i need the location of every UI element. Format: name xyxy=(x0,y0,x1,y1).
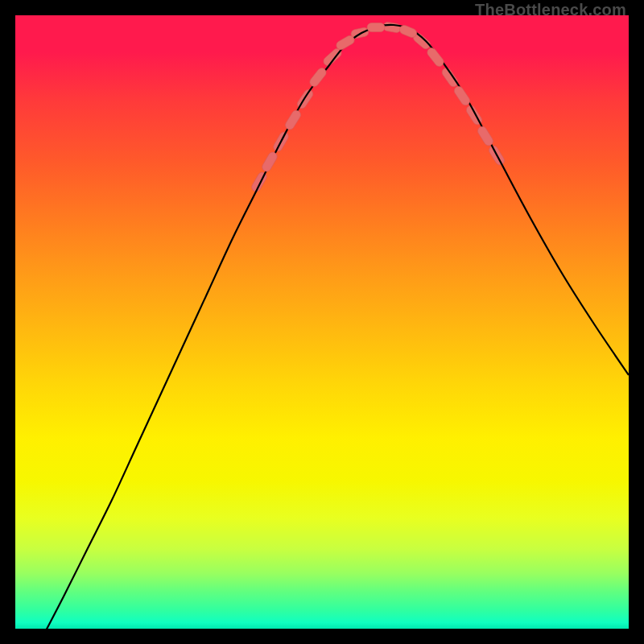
curve-marker xyxy=(476,125,494,147)
curve-marker xyxy=(283,109,302,131)
curve-markers-front xyxy=(261,23,495,174)
curve-marker xyxy=(440,66,460,89)
watermark-label: TheBottleneck.com xyxy=(475,1,626,19)
curve-marker xyxy=(261,151,279,173)
bottleneck-curve-svg xyxy=(15,15,629,629)
curve-marker xyxy=(308,66,328,88)
curve-markers-back xyxy=(250,22,506,193)
curve-marker xyxy=(382,22,402,34)
curve-marker xyxy=(426,46,446,68)
curve-marker xyxy=(452,85,472,107)
curve-marker xyxy=(335,34,356,52)
bottleneck-curve-path xyxy=(43,25,629,629)
curve-marker xyxy=(398,24,419,39)
chart-plot-area xyxy=(15,15,629,629)
curve-marker xyxy=(367,23,385,32)
